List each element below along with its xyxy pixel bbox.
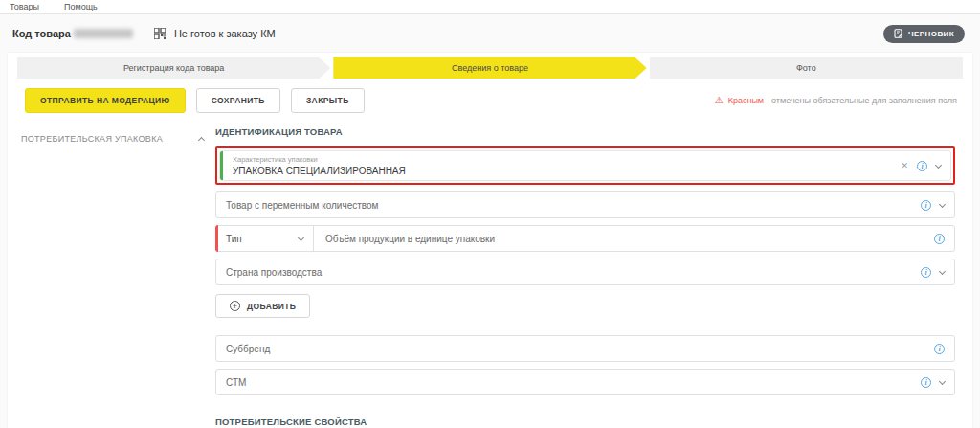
add-button[interactable]: + ДОБАВИТЬ	[215, 294, 310, 318]
warning-triangle-icon: ⚠	[715, 96, 724, 105]
packaging-field-label: Характеристика упаковки	[233, 155, 406, 164]
send-moderation-button[interactable]: ОТПРАВИТЬ НА МОДЕРАЦИЮ	[25, 88, 186, 113]
packaging-field-text: Характеристика упаковки УПАКОВКА СПЕЦИАЛ…	[233, 155, 406, 176]
stm-placeholder: СТМ	[226, 377, 246, 388]
sidebar-item-label: ПОТРЕБИТЕЛЬСКАЯ УПАКОВКА	[21, 134, 163, 144]
subbrand-field[interactable]: Суббренд i	[215, 335, 955, 362]
info-icon[interactable]: i	[917, 161, 927, 171]
draft-document-icon	[894, 29, 903, 38]
variable-quantity-field[interactable]: Товар с переменным количеством i	[215, 191, 955, 218]
clear-x-icon[interactable]: ✕	[901, 161, 908, 170]
step-product-info[interactable]: Сведения о товаре	[333, 57, 646, 79]
warning-highlight-word: Красным	[728, 96, 764, 105]
subbrand-placeholder: Суббренд	[226, 344, 270, 354]
variable-quantity-placeholder: Товар с переменным количеством	[226, 200, 378, 211]
warning-text: отмечены обязательные для заполнения пол…	[771, 96, 957, 105]
save-button[interactable]: СОХРАНИТЬ	[196, 88, 280, 113]
volume-type-dropdown[interactable]: Тип	[226, 226, 314, 251]
draft-button-label: ЧЕРНОВИК	[908, 30, 954, 38]
chevron-down-icon[interactable]	[939, 267, 946, 274]
section-title-identification: ИДЕНТИФИКАЦИЯ ТОВАРА	[215, 126, 955, 137]
km-status-label: Не готов к заказу КМ	[174, 28, 276, 39]
chevron-down-icon[interactable]	[939, 200, 946, 207]
step-code-registration[interactable]: Регистрация кода товара	[17, 57, 330, 79]
chevron-down-icon[interactable]	[935, 161, 942, 168]
action-toolbar: ОТПРАВИТЬ НА МОДЕРАЦИЮ СОХРАНИТЬ ЗАКРЫТЬ…	[8, 79, 972, 113]
info-icon[interactable]: i	[934, 344, 945, 354]
draft-status-button[interactable]: ЧЕРНОВИК	[883, 25, 965, 43]
sidebar-item-consumer-packaging[interactable]: ПОТРЕБИТЕЛЬСКАЯ УПАКОВКА	[21, 134, 215, 144]
packaging-characteristic-field[interactable]: Характеристика упаковки УПАКОВКА СПЕЦИАЛ…	[219, 150, 951, 181]
stm-field[interactable]: СТМ i	[215, 369, 955, 395]
volume-per-package-field[interactable]: Тип Объём продукции в единице упаковки i	[215, 225, 955, 252]
section-title-consumer-properties: ПОТРЕБИТЕЛЬСКИЕ СВОЙСТВА	[215, 417, 955, 427]
info-icon[interactable]: i	[921, 377, 931, 388]
wizard-stepper: Регистрация кода товара Сведения о товар…	[8, 53, 972, 79]
nav-item-help[interactable]: Помощь	[64, 2, 98, 11]
step-photo[interactable]: Фото	[650, 57, 963, 79]
required-fields-warning: ⚠ Красным отмечены обязательные для запо…	[715, 96, 957, 105]
packaging-field-highlight: Характеристика упаковки УПАКОВКА СПЕЦИАЛ…	[215, 146, 955, 185]
country-of-production-field[interactable]: Страна производства i	[215, 259, 955, 285]
volume-placeholder: Объём продукции в единице упаковки	[325, 234, 495, 244]
page-header: Код товара Не готов к заказу КМ ЧЕРНОВИК	[0, 14, 980, 53]
product-code-redacted-value	[74, 29, 133, 38]
chevron-up-icon	[198, 137, 205, 144]
add-button-label: ДОБАВИТЬ	[247, 302, 296, 311]
country-placeholder: Страна производства	[226, 267, 322, 278]
content-area: ПОТРЕБИТЕЛЬСКАЯ УПАКОВКА ИДЕНТИФИКАЦИЯ Т…	[8, 113, 972, 428]
main-card: Регистрация кода товара Сведения о товар…	[8, 53, 972, 428]
plus-circle-icon: +	[230, 301, 240, 311]
chevron-down-icon	[298, 234, 304, 240]
volume-type-label: Тип	[226, 234, 242, 244]
chevron-down-icon[interactable]	[939, 377, 946, 384]
info-icon[interactable]: i	[921, 267, 931, 278]
close-button[interactable]: ЗАКРЫТЬ	[291, 88, 365, 113]
info-icon[interactable]: i	[934, 234, 945, 244]
product-code-label: Код товара	[12, 28, 71, 39]
qr-code-icon	[154, 28, 166, 39]
top-nav: Товары Помощь	[0, 0, 980, 14]
info-icon[interactable]: i	[921, 200, 931, 211]
nav-item-products[interactable]: Товары	[10, 2, 39, 11]
form-column: ИДЕНТИФИКАЦИЯ ТОВАРА Характеристика упак…	[215, 126, 972, 428]
sidebar: ПОТРЕБИТЕЛЬСКАЯ УПАКОВКА	[8, 126, 215, 428]
packaging-field-value: УПАКОВКА СПЕЦИАЛИЗИРОВАННАЯ	[233, 166, 406, 176]
